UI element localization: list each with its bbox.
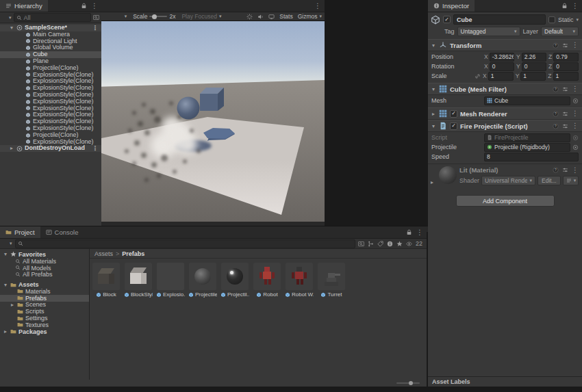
favorite-search-item[interactable]: All Prefabs [0,271,89,278]
component-menu-icon[interactable]: ⋮ [572,86,579,92]
lock-icon[interactable] [406,229,412,235]
hierarchy-item[interactable]: ExplosionStyle(Clone) [0,99,101,105]
static-dropdown-icon[interactable]: ▾ [576,17,579,23]
hierarchy-scene-row[interactable]: ▾ SampleScene* ⋮ [0,25,101,31]
mesh-renderer-header[interactable]: ▸ ✓ Mesh Renderer ⋮ [428,107,582,120]
favorites-row[interactable]: ▾ Favorites [0,251,89,258]
hierarchy-item[interactable]: Cube [0,51,101,58]
scene-menu-icon[interactable]: ⋮ [92,25,101,31]
folder-row[interactable]: Scripts [0,308,89,315]
search-by-label-icon[interactable] [377,241,383,247]
foldout-arrow[interactable]: ▾ [3,282,8,288]
layer-dropdown[interactable]: Default ▾ [541,27,579,36]
asset-tile[interactable]: Projectile [189,263,216,298]
favorite-search-item[interactable]: All Models [0,265,89,272]
position-x-field[interactable]: -3.28626 [490,53,514,62]
thumbnail-size-slider[interactable] [396,382,420,384]
component-menu-icon[interactable]: ⋮ [572,167,579,174]
scale-y-field[interactable]: 1 [520,72,546,81]
asset-tile[interactable]: Explosio... [157,263,184,298]
search-by-reference-icon[interactable] [368,241,374,247]
static-checkbox[interactable] [548,16,555,23]
lock-icon[interactable] [81,3,87,9]
vsync-monitor-icon[interactable] [268,14,275,20]
frame-debug-icon[interactable] [246,14,253,20]
object-picker-icon[interactable] [572,144,579,151]
foldout-closed-icon[interactable]: ▸ [431,111,436,117]
presets-icon[interactable] [562,167,568,173]
stats-button[interactable]: Stats [279,13,292,20]
presets-icon[interactable] [562,123,568,129]
scale-slider[interactable] [149,16,167,17]
tab-inspector[interactable]: Inspector [428,0,475,12]
asset-labels-bar[interactable]: Asset Labels [428,376,582,387]
active-checkbox[interactable]: ✓ [443,16,451,23]
foldout-open-icon[interactable]: ▾ [431,86,436,92]
scale-z-field[interactable]: 1 [553,72,579,81]
hierarchy-item[interactable]: Projectile(Clone) [0,65,101,72]
favorite-search-icon[interactable] [396,241,403,247]
panel-menu-icon[interactable]: ⋮ [416,229,423,236]
gameobject-cube-icon[interactable] [431,15,440,25]
hierarchy-item[interactable]: ExplosionStyle(Clone) [0,92,101,99]
speed-field[interactable]: 8 [484,153,579,161]
hierarchy-item[interactable]: ExplosionStyle(Clone) [0,78,101,85]
tab-console[interactable]: Console [40,226,84,238]
folder-row[interactable]: Settings [0,315,89,322]
hierarchy-item[interactable]: Projectile(Clone) [0,132,101,139]
gizmos-dropdown[interactable]: Gizmos ▾ [298,13,322,20]
folder-row[interactable]: Prefabs [0,295,89,302]
rotation-y-field[interactable]: 0 [522,62,546,71]
create-object-button[interactable]: ▾ [2,14,12,21]
mesh-filter-header[interactable]: ▾ Cube (Mesh Filter) ⋮ [428,83,582,95]
hierarchy-item[interactable]: Global Volume [0,44,101,51]
search-by-type-icon[interactable] [358,241,364,247]
panel-menu-icon[interactable]: ⋮ [572,3,579,10]
presets-icon[interactable] [562,42,568,49]
scene-menu-icon[interactable]: ⋮ [92,145,101,152]
component-enabled-checkbox[interactable]: ✓ [450,110,457,118]
folder-row[interactable]: Materials [0,288,89,295]
asset-tile[interactable]: Robot W... [286,263,313,298]
foldout-arrow[interactable]: ▸ [3,328,8,335]
projectile-object-field[interactable]: Projectile (Rigidbody) [484,143,570,152]
folder-row[interactable]: Textures [0,322,89,328]
play-focused-dropdown[interactable]: Play Focused ▾ [181,13,221,20]
foldout-open-icon[interactable]: ▾ [431,42,436,49]
asset-tile[interactable]: Turret [318,263,345,298]
lock-icon[interactable] [561,3,568,9]
folder-row[interactable]: ▾ Assets [0,281,89,288]
panel-menu-icon[interactable]: ⋮ [91,3,98,10]
project-search-input[interactable] [15,239,355,248]
foldout-open-icon[interactable]: ▾ [3,251,8,257]
presets-icon[interactable] [562,86,568,92]
folder-row[interactable]: ▸ Scenes [0,302,89,309]
component-menu-icon[interactable]: ⋮ [572,42,579,49]
component-menu-icon[interactable]: ⋮ [572,122,579,129]
scale-slider-knob[interactable] [152,14,157,19]
add-component-button[interactable]: Add Component [456,195,555,207]
panel-menu-icon[interactable]: ⋮ [314,3,321,10]
hierarchy-dontdestroy-row[interactable]: ▸ DontDestroyOnLoad ⋮ [0,145,101,152]
tab-project[interactable]: Project [0,226,40,238]
rotation-x-field[interactable]: 0 [490,62,514,71]
help-icon[interactable] [553,111,559,117]
foldout-open-icon[interactable]: ▾ [9,25,14,31]
hierarchy-item[interactable]: Plane [0,58,101,65]
material-menu-dropdown[interactable]: ▾ [563,176,579,185]
fire-projectile-header[interactable]: ▾ ✓ Fire Projectile (Script) ⋮ [428,120,582,132]
favorite-search-item[interactable]: All Materials [0,258,89,265]
asset-tile[interactable]: Block [92,263,120,298]
scene-picker-icon[interactable] [93,14,99,21]
help-icon[interactable] [553,167,559,173]
help-icon[interactable] [553,86,559,92]
component-enabled-checkbox[interactable]: ✓ [450,122,457,130]
mesh-object-field[interactable]: Cube [484,96,570,105]
presets-icon[interactable] [562,111,568,117]
hierarchy-item[interactable]: Main Camera [0,31,101,38]
foldout-arrow[interactable]: ▸ [10,302,15,308]
script-object-field[interactable]: FireProjectile [484,133,570,142]
position-z-field[interactable]: 0.79 [553,53,579,62]
shader-edit-button[interactable]: Edit... [537,176,561,185]
component-menu-icon[interactable]: ⋮ [572,110,579,117]
